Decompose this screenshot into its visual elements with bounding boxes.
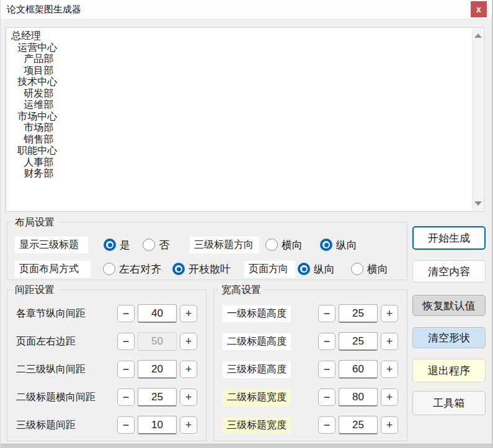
- value-input[interactable]: 10: [138, 416, 177, 434]
- spin-row-label: 二级标题横向间距: [16, 391, 117, 404]
- spin-row: 页面左右边距 − 50 +: [16, 332, 197, 351]
- scroll-down-icon[interactable]: [474, 201, 482, 206]
- minus-button[interactable]: −: [117, 333, 135, 350]
- spin-row: 三级标题宽度 − 25 +: [223, 416, 398, 434]
- value-input[interactable]: 25: [339, 332, 378, 351]
- radio-page-dir-vertical[interactable]: 纵向: [298, 262, 335, 276]
- value-input[interactable]: 80: [339, 388, 378, 406]
- spin-row-label: 一级标题高度: [223, 305, 291, 322]
- restore-defaults-button[interactable]: 恢复默认值: [412, 295, 486, 316]
- spin-row-label: 各章节纵向间距: [16, 307, 117, 320]
- spin-row-label-highlighted: 三级标题宽度: [223, 417, 291, 434]
- spin-row-label: 页面左右边距: [16, 335, 117, 348]
- generate-button[interactable]: 开始生成: [412, 226, 486, 250]
- title-bar: 论文框架图生成器 x: [1, 0, 492, 19]
- structure-text: 总经理 运营中心 产品部 项目部 技术中心 研发部 运维部 市场中心 市场部 销…: [11, 30, 470, 210]
- plus-button[interactable]: +: [381, 389, 398, 406]
- radio-l3-dir-horizontal[interactable]: 横向: [265, 238, 303, 252]
- spin-row: 二级标题横向间距 − 25 +: [16, 388, 197, 406]
- label-page-direction: 页面方向: [244, 261, 295, 278]
- spin-row-label-highlighted: 二级标题宽度: [223, 389, 291, 406]
- spin-row: 各章节纵向间距 − 40 +: [16, 304, 197, 323]
- layout-row-1: 显示三级标题 是 否 三级标题方向 横向 纵向: [15, 235, 403, 254]
- value-input[interactable]: 40: [138, 304, 177, 323]
- plus-button[interactable]: +: [180, 416, 197, 434]
- radio-l3-dir-vertical[interactable]: 纵向: [320, 238, 357, 252]
- clear-shapes-button[interactable]: 清空形状: [412, 327, 486, 348]
- plus-button[interactable]: +: [381, 305, 398, 322]
- minus-button[interactable]: −: [117, 416, 135, 434]
- structure-textarea[interactable]: 总经理 运营中心 产品部 项目部 技术中心 研发部 运维部 市场中心 市场部 销…: [6, 27, 484, 212]
- minus-button[interactable]: −: [117, 361, 135, 378]
- radio-on-icon: [320, 239, 332, 251]
- value-input[interactable]: 60: [339, 360, 378, 379]
- plus-button[interactable]: +: [381, 416, 398, 434]
- plus-button[interactable]: +: [180, 305, 197, 322]
- spin-row: 三级标题间距 − 10 +: [16, 416, 197, 434]
- radio-show-l3-no[interactable]: 否: [143, 238, 169, 252]
- spin-row-label: 二三级纵向间距: [16, 363, 117, 376]
- plus-button[interactable]: +: [381, 333, 398, 350]
- minus-button[interactable]: −: [117, 389, 135, 406]
- radio-on-icon: [172, 263, 185, 275]
- group-size-title: 宽高设置: [219, 284, 264, 297]
- radio-page-dir-horizontal[interactable]: 横向: [351, 262, 388, 276]
- exit-button[interactable]: 退出程序: [412, 359, 486, 382]
- spin-row-label: 二级标题高度: [223, 333, 291, 350]
- window-bottom-edge: [1, 444, 492, 448]
- plus-button[interactable]: +: [180, 361, 197, 378]
- plus-button[interactable]: +: [180, 333, 197, 350]
- minus-button[interactable]: −: [318, 361, 335, 378]
- minus-button[interactable]: −: [117, 305, 135, 322]
- label-page-layout: 页面布局方式: [15, 261, 91, 278]
- group-spacing-title: 间距设置: [12, 284, 57, 297]
- label-l3-direction: 三级标题方向: [190, 237, 259, 253]
- group-size-settings: 宽高设置 一级标题高度 − 25 + 二级标题高度 − 25 + 三级标题高度 …: [213, 289, 407, 441]
- app-window: 论文框架图生成器 x 总经理 运营中心 产品部 项目部 技术中心 研发部 运维部…: [0, 0, 493, 448]
- plus-button[interactable]: +: [180, 389, 197, 406]
- minus-button[interactable]: −: [318, 416, 335, 434]
- radio-show-l3-yes[interactable]: 是: [104, 238, 130, 252]
- radio-on-icon: [104, 239, 116, 251]
- value-input: 50: [138, 332, 177, 351]
- group-layout-title: 布局设置: [12, 216, 57, 229]
- value-input[interactable]: 25: [339, 304, 378, 323]
- minus-button[interactable]: −: [318, 333, 335, 350]
- layout-row-2: 页面布局方式 左右对齐 开枝散叶 页面方向 纵向 横向: [15, 260, 403, 278]
- spin-row: 二级标题宽度 − 80 +: [223, 388, 398, 406]
- radio-page-layout-spread[interactable]: 开枝散叶: [172, 262, 231, 276]
- group-layout-settings: 布局设置 显示三级标题 是 否 三级标题方向 横向 纵向 页面布局方式: [7, 222, 407, 280]
- radio-off-icon: [143, 239, 155, 251]
- clear-content-button[interactable]: 清空内容: [412, 260, 486, 283]
- minus-button[interactable]: −: [318, 305, 335, 322]
- radio-on-icon: [298, 263, 310, 275]
- value-input[interactable]: 25: [138, 388, 177, 406]
- toolbox-button[interactable]: 工具箱: [412, 391, 486, 415]
- spin-row: 二三级纵向间距 − 20 +: [16, 360, 197, 379]
- editor-scrollbar[interactable]: [472, 29, 483, 211]
- radio-off-icon: [265, 239, 278, 251]
- radio-off-icon: [103, 263, 115, 275]
- label-show-l3: 显示三级标题: [15, 237, 88, 253]
- window-title: 论文框架图生成器: [7, 4, 81, 15]
- radio-page-layout-align[interactable]: 左右对齐: [103, 262, 161, 276]
- minus-button[interactable]: −: [318, 389, 335, 406]
- spin-row: 一级标题高度 − 25 +: [223, 304, 398, 323]
- value-input[interactable]: 25: [339, 416, 378, 434]
- spin-row-label: 三级标题高度: [223, 361, 291, 378]
- plus-button[interactable]: +: [381, 361, 398, 378]
- group-spacing-settings: 间距设置 各章节纵向间距 − 40 + 页面左右边距 − 50 + 二三级纵向间…: [7, 289, 207, 441]
- spin-row: 三级标题高度 − 60 +: [223, 360, 398, 379]
- scroll-up-icon[interactable]: [474, 33, 482, 38]
- close-button[interactable]: x: [471, 1, 487, 17]
- radio-off-icon: [351, 263, 363, 275]
- value-input[interactable]: 20: [138, 360, 177, 379]
- spin-row-label: 三级标题间距: [16, 419, 117, 432]
- spin-row: 二级标题高度 − 25 +: [223, 332, 398, 351]
